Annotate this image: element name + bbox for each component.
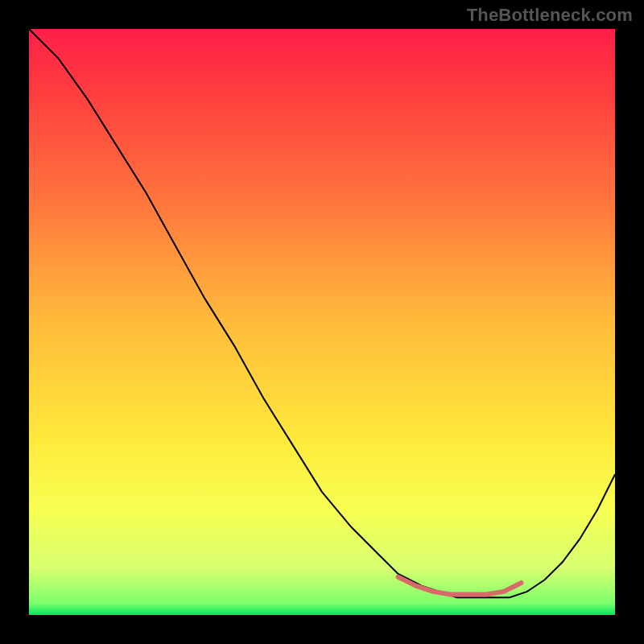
chart-svg [0,0,644,644]
chart-canvas: { "watermark": "TheBottleneck.com", "cha… [0,0,644,644]
plot-background [29,29,615,615]
watermark-text: TheBottleneck.com [467,5,633,26]
